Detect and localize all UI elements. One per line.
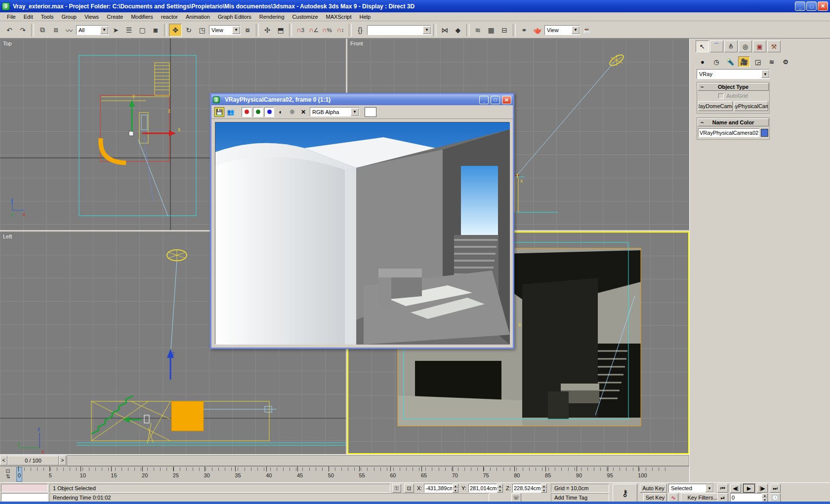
blue-channel-icon[interactable]: [264, 107, 274, 117]
maximize-button[interactable]: □: [806, 1, 817, 11]
chevron-down-icon[interactable]: ▼: [706, 484, 713, 492]
track-bar[interactable]: ⊡⇅ 0510152025303540455055606570758085909…: [0, 466, 689, 482]
current-frame-field[interactable]: 0: [730, 493, 762, 502]
object-type-rollout-header[interactable]: − Object Type: [698, 83, 769, 91]
menu-item[interactable]: MAXScript: [322, 13, 356, 21]
render-close-button[interactable]: ✕: [502, 96, 511, 104]
menu-item[interactable]: Animation: [182, 13, 214, 21]
default-in-out-tangent-icon[interactable]: ∿: [668, 493, 678, 502]
chevron-down-icon[interactable]: ▼: [761, 70, 769, 78]
keyboard-override-icon[interactable]: ⬒: [274, 24, 287, 37]
category-helpers-icon[interactable]: ◲: [752, 56, 764, 67]
time-configuration-icon[interactable]: 🕓: [770, 493, 781, 502]
x-spinner[interactable]: ▲▼: [453, 484, 458, 493]
y-coordinate-field[interactable]: 281,014cm: [468, 484, 497, 493]
chevron-down-icon[interactable]: ▼: [572, 26, 580, 34]
select-manipulate-icon[interactable]: ✣: [261, 24, 274, 37]
x-coordinate-field[interactable]: -431,389cm: [424, 484, 453, 493]
rendered-image[interactable]: [215, 122, 509, 344]
layer-manager-icon[interactable]: ≋: [471, 24, 484, 37]
camera-type-dropdown[interactable]: VRay ▼: [697, 69, 770, 79]
object-color-swatch[interactable]: [761, 129, 768, 137]
add-time-tag[interactable]: Add Time Tag: [551, 493, 609, 502]
tab-utilities-icon[interactable]: ⚒: [767, 40, 781, 52]
time-slider-thumb[interactable]: 0 / 100: [7, 456, 59, 465]
close-button[interactable]: ✕: [818, 1, 828, 11]
go-to-start-icon[interactable]: ⏮: [717, 484, 728, 493]
menu-item[interactable]: Graph Editors: [214, 13, 255, 21]
green-channel-icon[interactable]: [253, 107, 263, 117]
redo-icon[interactable]: ↷: [16, 24, 29, 37]
named-selection-dropdown[interactable]: ▼: [367, 25, 431, 35]
angle-snap-icon[interactable]: ∩∠: [307, 24, 320, 37]
track-bar-ticks[interactable]: 0510152025303540455055606570758085909510…: [18, 466, 669, 483]
select-object-icon[interactable]: ➤: [109, 24, 122, 37]
key-selection-dropdown[interactable]: Selected ▼: [668, 484, 714, 493]
category-spacewarps-icon[interactable]: ≋: [766, 56, 778, 67]
alpha-channel-icon[interactable]: [287, 107, 297, 117]
previous-frame-icon[interactable]: ◀|: [730, 484, 741, 493]
selection-lock-icon[interactable]: ⚿: [392, 484, 401, 493]
category-cameras-icon[interactable]: 🎥: [738, 56, 750, 67]
menu-item[interactable]: Views: [81, 13, 103, 21]
red-channel-icon[interactable]: [242, 107, 251, 117]
menu-item[interactable]: Help: [356, 13, 375, 21]
go-to-end-icon[interactable]: ⏭: [770, 484, 781, 493]
category-lights-icon[interactable]: 🔦: [724, 56, 736, 67]
select-link-icon[interactable]: ⧉: [36, 24, 49, 37]
z-spinner[interactable]: ▲▼: [541, 484, 547, 493]
tab-hierarchy-icon[interactable]: ⫚: [724, 40, 738, 52]
tab-motion-icon[interactable]: ◎: [739, 40, 752, 52]
category-systems-icon[interactable]: ⚙: [780, 56, 791, 67]
maxscript-mini-listener-pink[interactable]: [1, 484, 48, 492]
menu-item[interactable]: Customize: [289, 13, 322, 21]
menu-item[interactable]: Group: [57, 13, 81, 21]
mirror-icon[interactable]: ⋈: [438, 24, 451, 37]
chevron-down-icon[interactable]: ▼: [351, 108, 359, 116]
spinner-snap-icon[interactable]: ∩↕: [334, 24, 347, 37]
render-scene-icon[interactable]: 🫖: [531, 24, 544, 37]
key-mode-toggle-icon[interactable]: ⏯: [717, 493, 728, 502]
menu-item[interactable]: File: [3, 13, 20, 21]
category-geometry-icon[interactable]: ●: [697, 56, 708, 67]
time-slider-track[interactable]: [67, 455, 689, 466]
mini-curve-editor-icon[interactable]: ⊡⇅: [2, 468, 14, 480]
monochrome-icon[interactable]: ◐: [276, 107, 286, 117]
category-shapes-icon[interactable]: ◷: [710, 56, 722, 67]
render-type-dropdown[interactable]: View ▼: [544, 25, 580, 35]
tab-modify-icon[interactable]: ⌒: [710, 40, 723, 52]
menu-item[interactable]: Create: [103, 13, 127, 21]
menu-item[interactable]: reactor: [157, 13, 182, 21]
bind-spacewarp-icon[interactable]: 〰: [63, 24, 76, 37]
render-minimize-button[interactable]: _: [479, 96, 489, 104]
unlink-icon[interactable]: ⧈: [49, 24, 62, 37]
clone-window-icon[interactable]: 👥: [226, 107, 236, 117]
set-key-button[interactable]: Set Key: [643, 493, 667, 502]
previous-frame-arrow[interactable]: <: [0, 456, 7, 465]
viewport-left-label[interactable]: Left: [3, 233, 12, 239]
render-frame-window[interactable]: 3 VRayPhysicalCamera02, frame 0 (1:1) _ …: [210, 93, 514, 349]
background-color-swatch[interactable]: [365, 107, 376, 117]
name-color-rollout-header[interactable]: − Name and Color: [698, 118, 769, 126]
select-by-name-icon[interactable]: ☰: [123, 24, 135, 37]
menu-item[interactable]: Modifiers: [127, 13, 157, 21]
y-spinner[interactable]: ▲▼: [497, 484, 503, 493]
use-pivot-center-icon[interactable]: ⧇: [241, 24, 254, 37]
select-move-icon[interactable]: ✥: [169, 24, 182, 37]
snap-toggle-3d-icon[interactable]: ∩3: [294, 24, 307, 37]
rectangular-region-icon[interactable]: ▢: [136, 24, 149, 37]
z-coordinate-field[interactable]: 228,524cm: [512, 484, 541, 493]
autogrid-checkbox[interactable]: [718, 93, 724, 99]
render-window-titlebar[interactable]: 3 VRayPhysicalCamera02, frame 0 (1:1) _ …: [211, 94, 513, 105]
channel-display-dropdown[interactable]: RGB Alpha ▼: [310, 107, 359, 116]
next-frame-arrow[interactable]: >: [59, 456, 66, 465]
play-animation-icon[interactable]: ▶: [743, 484, 755, 493]
frame-spinner[interactable]: ▲▼: [762, 493, 768, 502]
chevron-down-icon[interactable]: ▼: [100, 26, 108, 34]
viewport-front-label[interactable]: Front: [350, 40, 363, 46]
object-name-field[interactable]: VRayPhysicalCamera02.Ta: [698, 128, 759, 137]
percent-snap-icon[interactable]: ∩%: [321, 24, 333, 37]
material-editor-icon[interactable]: ⚭: [518, 24, 531, 37]
named-selection-sets-icon[interactable]: {}: [354, 24, 367, 37]
undo-icon[interactable]: ↶: [3, 24, 16, 37]
